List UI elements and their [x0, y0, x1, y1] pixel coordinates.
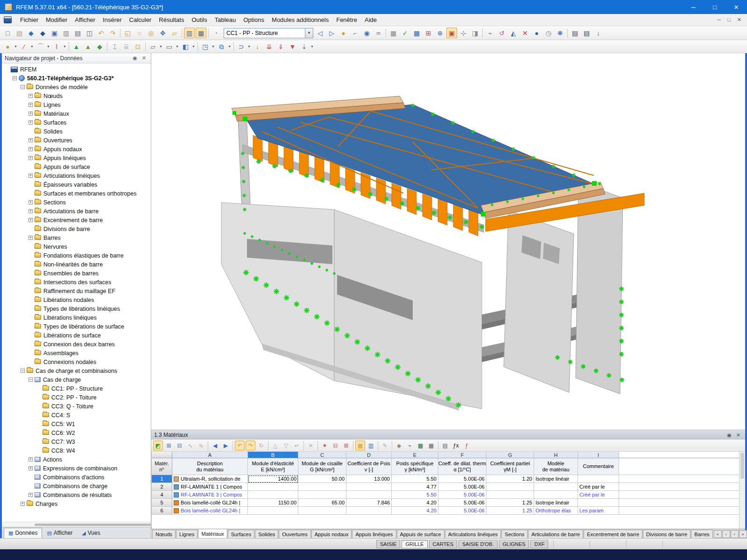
column-header-D[interactable]: Coefficient de Poisν [-] [346, 458, 392, 475]
cell-G2[interactable] [486, 483, 534, 491]
tree-item-rfem[interactable]: RFEM [2, 65, 151, 74]
3d-viewport[interactable] [151, 53, 745, 429]
column-header-H[interactable]: Modèlede matériau [534, 458, 578, 475]
tree-item-lib-rations-lin-iques[interactable]: Libérations linéiques [2, 313, 151, 322]
tree-item-cas-de-charge-et-combinaisons[interactable]: −Cas de charge et combinaisons [2, 366, 151, 375]
tree-item-charges[interactable]: +Charges [2, 499, 151, 508]
open-icon[interactable]: ▤ [14, 28, 25, 38]
tree-item-lib-rations-de-surface[interactable]: Libérations de surface [2, 331, 151, 340]
row-header-4[interactable]: 4 [152, 491, 172, 499]
diagram2-icon[interactable]: ∿ [196, 441, 206, 450]
tree-item-non-lin-arit-s-de-barre[interactable]: Non-linéarités de barre [2, 260, 151, 269]
node-select-icon[interactable]: ◉ [361, 28, 372, 38]
column-header-C[interactable]: Module de cisailleG [kN/cm²] [298, 458, 346, 475]
expand-icon[interactable]: + [28, 138, 33, 142]
cell-I5[interactable] [578, 499, 619, 507]
column-letter-G[interactable]: G [486, 452, 534, 458]
mdi-close-icon[interactable]: ✕ [737, 17, 741, 23]
tree-item-intersections-des-surfaces[interactable]: Intersections des surfaces [2, 278, 151, 287]
tree-item-connexions-nodales[interactable]: Connexions nodales [2, 357, 151, 366]
polyline-dropdown-icon[interactable]: ▼ [63, 41, 67, 52]
print-icon[interactable]: ▤ [72, 28, 83, 38]
expand-icon[interactable]: + [28, 218, 33, 222]
calculate-icon[interactable]: ▦ [388, 28, 399, 38]
expand-icon[interactable]: + [28, 103, 33, 107]
row-header-6[interactable]: 6 [152, 507, 172, 515]
save-icon[interactable]: ▣ [49, 28, 60, 38]
tree-item-lignes[interactable]: +Lignes [2, 100, 151, 109]
column-header-E[interactable]: Poids spécifiqueγ [kN/m³] [392, 458, 438, 475]
close-icon[interactable]: ✕ [734, 432, 742, 438]
select-special-icon[interactable]: ⌁ [485, 28, 495, 38]
table-tab-appuis-de-surface[interactable]: Appuis de surface [397, 530, 444, 538]
block-dropdown-icon[interactable]: ▼ [211, 41, 215, 52]
tree-item-types-de-lib-rations-lin-iques[interactable]: Types de libérations linéiques [2, 304, 151, 313]
info-icon[interactable]: ● [531, 28, 542, 38]
node-icon[interactable]: ● [2, 41, 13, 52]
undo-icon[interactable]: ↶ [235, 441, 245, 450]
menu-item-aide[interactable]: Aide [361, 14, 381, 25]
column-letter-C[interactable]: C [298, 452, 346, 458]
tab-scroll-icon-1[interactable]: ‹ [722, 530, 730, 538]
delete-column-icon[interactable]: ⊠ [341, 441, 351, 450]
copy-object-dropdown-icon[interactable]: ▼ [227, 41, 232, 52]
tree-item-paisseurs-variables[interactable]: Épaisseurs variables [2, 180, 151, 189]
cell-E5[interactable]: 4.20 [392, 499, 438, 507]
col-right-icon[interactable]: ▶ [221, 441, 231, 450]
table-tab-solides[interactable]: Solides [255, 530, 278, 538]
line-icon[interactable]: ∕ [19, 41, 29, 52]
cell-B1[interactable]: 1400.00 [248, 475, 298, 483]
tree-item-types-de-lib-rations-de-surface[interactable]: Types de libérations de surface [2, 322, 151, 331]
menu-item-outils[interactable]: Outils [188, 14, 211, 25]
menu-item-tableau[interactable]: Tableau [211, 14, 240, 25]
print-table-icon[interactable]: ▤ [440, 441, 450, 450]
tree-item-appuis-de-surface[interactable]: Appuis de surface [2, 162, 151, 171]
surface-dropdown-icon[interactable]: ▼ [159, 41, 163, 52]
diagram1-icon[interactable]: ∿ [185, 441, 195, 450]
tab-scroll-icon-3[interactable]: » [739, 530, 747, 538]
block-icon[interactable]: ◳ [200, 41, 211, 52]
import-model-icon[interactable]: ◆ [26, 28, 36, 38]
solid-icon[interactable]: ◧ [180, 41, 191, 52]
expand-icon[interactable]: + [28, 236, 33, 240]
cell-G5[interactable]: 1.25 [486, 499, 534, 507]
redo-icon[interactable]: ↷ [107, 28, 118, 38]
mirror-icon[interactable]: ◭ [508, 28, 519, 38]
table-tab-barres[interactable]: Barres [691, 530, 712, 538]
navigator-tab-données[interactable]: ▦Données [4, 528, 42, 538]
check-icon[interactable]: ✓ [400, 28, 410, 38]
table-tab-mat-riaux[interactable]: Matériaux [198, 529, 227, 538]
tree-item-raffinement-du-maillage-ef[interactable]: Raffinement du maillage EF [2, 287, 151, 295]
tree-item-560-21-t-l-ph-rique-3s-g2-g3[interactable]: −560.21-Téléphérique 3S-G2-G3* [2, 74, 151, 83]
tree-item-cc4-s[interactable]: CC4: S [2, 411, 151, 420]
column-header-A[interactable]: Descriptiondu matériau [172, 458, 248, 475]
column-letter-D[interactable]: D [346, 452, 392, 458]
table-tab-surfaces[interactable]: Surfaces [228, 530, 254, 538]
expand-icon[interactable]: + [28, 147, 33, 151]
solid-dropdown-icon[interactable]: ▼ [191, 41, 196, 52]
tree-item-n-uds[interactable]: +Nœuds [2, 91, 151, 100]
cell-G1[interactable]: 1.20 [486, 475, 534, 483]
pin-icon[interactable]: ◉ [725, 432, 733, 438]
maximize-button[interactable]: □ [704, 0, 726, 14]
pin-icon[interactable]: ◉ [131, 55, 139, 61]
tree-item-connexion-des-deux-barres[interactable]: Connexion des deux barres [2, 340, 151, 349]
cell-I4[interactable]: Créé par le [578, 491, 619, 499]
table-tab-appuis-nodaux[interactable]: Appuis nodaux [311, 530, 352, 538]
tree-item-nervures[interactable]: Nervures [2, 242, 151, 251]
cell-H6[interactable]: Orthotrope élas [534, 507, 578, 515]
column-letter-I[interactable]: I [578, 452, 619, 458]
expand-icon[interactable]: + [28, 112, 33, 116]
tree-item-cc6-w2[interactable]: CC6: W2 [2, 428, 151, 437]
load-member-icon[interactable]: ⇊ [264, 41, 275, 52]
expand-icon[interactable]: + [28, 200, 33, 204]
tree-item-cc2-pp-toiture[interactable]: CC2: PP - Toiture [2, 393, 151, 402]
copy-object-icon[interactable]: ⧉ [216, 41, 227, 52]
status-toggle-dxf[interactable]: DXF [530, 540, 548, 548]
menu-item-fen-tre[interactable]: Fenêtre [332, 14, 361, 25]
tree-item-articulations-de-barre[interactable]: +Articulations de barre [2, 207, 151, 216]
tree-item-appuis-nodaux[interactable]: +Appuis nodaux [2, 145, 151, 154]
table-input-icon[interactable]: ▥ [184, 28, 195, 38]
table-tab-divisions-de-barre[interactable]: Divisions de barre [643, 530, 691, 538]
cell-D5[interactable]: 7.846 [346, 499, 392, 507]
